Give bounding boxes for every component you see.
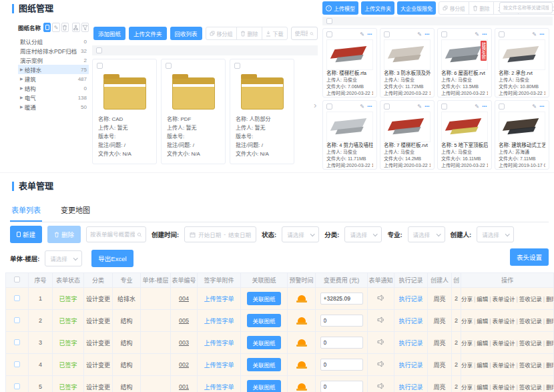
row-checkbox[interactable] [14,383,20,389]
tree-item[interactable]: ▶ 建筑 487 [18,74,89,83]
change-cost-input[interactable] [320,315,363,327]
op-form-design[interactable]: 表单设计 [492,362,515,369]
rename-icon[interactable]: ✎ [360,104,364,110]
relate-drawing-button[interactable]: 关联图纸 [247,292,280,305]
models-select-all-checkbox[interactable] [326,18,332,24]
recycle-list-button[interactable]: 回收列表 [170,27,202,40]
op-form-design[interactable]: 表单设计 [492,340,515,347]
more-actions-icon[interactable]: ⋯ [539,104,545,110]
rename-icon[interactable]: ✎ [475,32,479,37]
tree-item[interactable]: 周庄村给排水PDF归档 32 [18,46,89,55]
folder-card-checkbox[interactable] [97,63,103,69]
relate-drawing-button[interactable]: 关联图纸 [247,380,280,392]
more-actions-icon[interactable]: ⋯ [482,104,488,110]
op-delete[interactable]: 删除 [546,362,554,369]
op-delete[interactable]: 删除 [546,340,554,347]
rename-icon[interactable]: ✎ [417,104,422,110]
op-share[interactable]: 分享 [461,384,473,391]
header-settings-button[interactable]: 表头设置 [510,248,549,266]
group-tree-button[interactable] [72,23,79,32]
edit-group-button[interactable]: ✎ [52,23,59,32]
delete-group-button[interactable] [61,23,69,32]
forms-tab[interactable]: 变更地图 [59,200,91,222]
model-card[interactable]: ✎ ⋯ 名称: 2 承台.rvt 上传人: 马俊业 文件大小: 10.80MB … [495,28,549,97]
model-card[interactable]: ✎ ⋯ 名称: 7 楼梯栏板.rvt 上传人: 马俊业 文件大小: 14.2MB… [380,100,435,170]
model-card-checkbox[interactable] [384,31,390,37]
rename-icon[interactable]: ✎ [532,104,537,110]
model-card[interactable]: ✎ ⋯ 转换失败 名称: 6 屋面栏板.rvt 上传人: 马俊业 文件大小: 1… [437,28,492,97]
category-select[interactable]: 请选择 [344,226,382,242]
rename-icon[interactable]: ✎ [475,104,479,110]
upload-folder-button[interactable]: 上传文件夹 [129,27,167,40]
folder-card[interactable]: 名称: PDF 上传人: 暂无 版本号: 批注/问题: / 文件大小: N/A [161,59,226,164]
more-actions-icon[interactable]: ⋯ [367,104,373,110]
upload-signature-link[interactable]: 上传签字单 [204,296,234,303]
tree-item[interactable]: ▶ 结构 0 [18,83,89,93]
speaker-icon[interactable] [377,295,385,301]
alarm-icon[interactable] [298,339,306,345]
tree-item[interactable]: ▶ 暖通 50 [18,102,89,112]
form-code-link[interactable]: 002 [179,361,189,368]
op-edit[interactable]: 编辑 [477,340,488,347]
speaker-icon[interactable] [377,339,385,345]
model-card-checkbox[interactable] [441,31,447,37]
more-actions-icon[interactable]: ⋯ [425,32,431,37]
op-sign-record[interactable]: 签收记录 [519,362,542,369]
model-card-checkbox[interactable] [441,104,447,110]
op-form-design[interactable]: 表单设计 [492,384,515,391]
form-code-link[interactable]: 001 [179,383,189,390]
upload-model-folder-button[interactable]: 上传文件夹 [361,1,394,15]
upload-signature-link[interactable]: 上传签字单 [204,384,234,391]
change-cost-input[interactable] [320,337,363,349]
row-checkbox[interactable] [14,361,20,367]
relate-drawing-button[interactable]: 关联图纸 [247,358,280,371]
speaker-icon[interactable] [377,317,385,323]
op-edit[interactable]: 编辑 [477,318,488,325]
download-drawing-button[interactable]: 下载 [262,27,287,39]
row-checkbox[interactable] [14,317,20,323]
more-actions-icon[interactable]: ⋯ [425,104,431,110]
change-cost-input[interactable] [320,292,363,305]
op-delete[interactable]: 删除 [546,296,554,303]
table-select-all-checkbox[interactable] [14,276,20,282]
alarm-icon[interactable] [298,383,306,389]
model-move-group-button[interactable]: 移分组 [439,2,469,14]
delete-form-button[interactable]: 删除 [47,226,81,243]
more-actions-icon[interactable]: ⋯ [539,32,545,37]
folder-card[interactable]: 名称: CAD 上传人: 暂无 版本号: 批注/问题: / 文件大小: N/A [92,59,157,164]
exec-record-link[interactable]: 执行记录 [398,296,423,303]
add-drawing-button[interactable]: 添加图纸 [93,27,125,40]
relate-drawing-button[interactable]: 关联图纸 [247,314,280,327]
filter-button[interactable] [81,23,89,32]
model-card[interactable]: ✎ ⋯ 名称: 5 地下室顶板后浇带.rvt 上传人: 马俊业 文件大小: 16… [437,100,492,170]
form-code-link[interactable]: 003 [179,339,189,346]
op-sign-record[interactable]: 签收记录 [519,384,542,391]
rename-icon[interactable]: ✎ [360,32,364,37]
model-card-checkbox[interactable] [326,31,332,37]
op-sign-record[interactable]: 签收记录 [519,318,542,325]
move-group-button[interactable]: 移分组 [206,27,236,39]
model-card[interactable]: ✎ ⋯ 名称: 3 防水板顶及外墙栏板.rvt 上传人: 马俊业 文件大小: 1… [380,28,435,97]
op-edit[interactable]: 编辑 [477,296,488,303]
relate-drawing-button[interactable]: 关联图纸 [247,336,280,349]
alarm-icon[interactable] [298,361,306,367]
speaker-icon[interactable] [377,383,385,389]
alarm-icon[interactable] [298,317,306,323]
op-share[interactable]: 分享 [461,340,473,347]
add-group-button[interactable] [43,23,51,32]
drawings-select-all-checkbox[interactable] [96,47,102,53]
status-select[interactable]: 请选择 [282,226,319,242]
drawings-search-input[interactable] [295,31,308,37]
forms-search-input[interactable] [90,231,135,238]
model-card[interactable]: ✎ ⋯ 名称: 楼梯栏板.rfa 上传人: 马俊业 文件大小: 7.06MB 上… [322,28,377,97]
exec-record-link[interactable]: 执行记录 [398,340,423,347]
upload-signature-link[interactable]: 上传签字单 [204,318,234,325]
exec-record-link[interactable]: 执行记录 [398,318,423,325]
models-search-input[interactable] [503,5,549,10]
tree-item[interactable]: ▶ 给排水 75 [18,65,89,74]
form-code-link[interactable]: 004 [179,295,189,302]
upload-signature-link[interactable]: 上传签字单 [204,340,234,347]
speaker-icon[interactable] [377,361,385,367]
delete-drawing-button[interactable]: 删除 [236,27,262,39]
model-card-checkbox[interactable] [499,104,505,110]
